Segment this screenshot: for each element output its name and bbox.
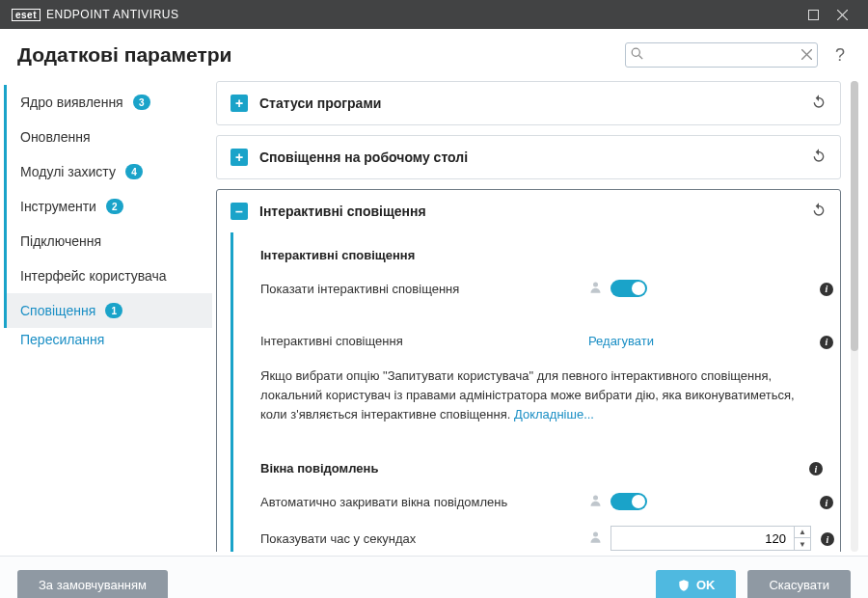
- svg-line-4: [639, 56, 643, 60]
- spinner-down[interactable]: ▼: [795, 538, 810, 550]
- info-button[interactable]: i: [820, 334, 833, 349]
- user-icon: [588, 280, 603, 297]
- svg-rect-0: [808, 10, 818, 19]
- scrollbar[interactable]: [851, 81, 858, 552]
- row-show-time: Показувати час у секундах ▲ ▼: [233, 518, 840, 552]
- product-name: ENDPOINT ANTIVIRUS: [46, 8, 178, 21]
- sidebar-item-label: Пересилання: [20, 332, 104, 347]
- revert-icon: [811, 202, 827, 217]
- sidebar-item-label: Ядро виявлення: [20, 95, 123, 110]
- user-icon: [588, 493, 603, 510]
- sidebar-item-label: Інструменти: [20, 199, 96, 214]
- panel-head[interactable]: + Сповіщення на робочому столі: [217, 136, 840, 178]
- search-input[interactable]: [625, 42, 818, 68]
- spinner-up[interactable]: ▲: [795, 527, 810, 538]
- brand: eset ENDPOINT ANTIVIRUS: [12, 8, 178, 21]
- info-icon: i: [820, 496, 833, 509]
- ok-button[interactable]: OK: [656, 570, 737, 599]
- cancel-button[interactable]: Скасувати: [747, 570, 851, 599]
- defaults-button[interactable]: За замовчуванням: [17, 570, 168, 599]
- expand-icon: +: [231, 95, 248, 112]
- footer: За замовчуванням OK Скасувати: [0, 556, 868, 598]
- revert-button[interactable]: [811, 94, 827, 113]
- panel-title: Сповіщення на робочому столі: [259, 150, 800, 165]
- clear-search-icon[interactable]: [801, 46, 812, 64]
- maximize-button[interactable]: [799, 0, 827, 29]
- sidebar-item-tools[interactable]: Інструменти 2: [4, 189, 212, 224]
- titlebar: eset ENDPOINT ANTIVIRUS: [0, 0, 868, 29]
- section-title: Вікна повідомлень i: [233, 451, 840, 486]
- more-link[interactable]: Докладніше...: [514, 407, 594, 421]
- sidebar-item-forwarding[interactable]: Пересилання: [4, 328, 212, 357]
- time-input[interactable]: [610, 526, 794, 551]
- badge: 3: [133, 95, 150, 110]
- panel-title: Статуси програми: [259, 95, 800, 111]
- panel-head[interactable]: – Інтерактивні сповіщення: [217, 190, 840, 232]
- revert-button[interactable]: [811, 148, 827, 167]
- svg-point-3: [632, 48, 639, 56]
- sidebar-item-label: Інтерфейс користувача: [20, 268, 167, 284]
- info-button[interactable]: i: [809, 461, 823, 476]
- sidebar: Ядро виявлення 3 Оновлення Модулі захист…: [0, 77, 212, 556]
- panel-title: Інтерактивні сповіщення: [259, 204, 800, 219]
- panel-head[interactable]: + Статуси програми: [217, 82, 840, 124]
- close-icon: [837, 10, 848, 20]
- expand-icon: +: [231, 149, 248, 166]
- collapse-icon: –: [231, 203, 248, 220]
- svg-point-9: [593, 532, 598, 537]
- panel-app-statuses: + Статуси програми: [216, 81, 841, 125]
- maximize-icon: [808, 10, 819, 20]
- sidebar-item-protections[interactable]: Модулі захисту 4: [4, 154, 212, 189]
- info-icon: i: [821, 532, 834, 546]
- setting-label: Інтерактивні сповіщення: [260, 334, 579, 348]
- sidebar-item-label: Підключення: [20, 233, 101, 249]
- user-icon: [588, 530, 603, 547]
- time-spinner: ▲ ▼: [610, 526, 811, 551]
- panel-interactive-alerts: – Інтерактивні сповіщення Інтерактивні с…: [216, 189, 841, 552]
- panel-body: Інтерактивні сповіщення Показати інтерак…: [231, 232, 840, 552]
- info-button[interactable]: i: [821, 531, 834, 547]
- sidebar-item-notifications[interactable]: Сповіщення 1: [4, 293, 212, 328]
- main: + Статуси програми + Сповіщення на робоч…: [212, 77, 868, 556]
- sidebar-item-detection[interactable]: Ядро виявлення 3: [4, 85, 212, 120]
- revert-icon: [811, 148, 827, 163]
- brand-box: eset: [12, 9, 41, 21]
- description: Якщо вибрати опцію "Запитувати користува…: [233, 357, 840, 434]
- badge: 1: [105, 303, 122, 318]
- scrollbar-thumb[interactable]: [851, 81, 858, 351]
- sidebar-item-label: Модулі захисту: [20, 164, 116, 179]
- page-title: Додаткові параметри: [17, 43, 613, 67]
- search-icon: [631, 46, 643, 64]
- info-icon: i: [809, 462, 823, 476]
- section-title: Інтерактивні сповіщення: [233, 238, 840, 272]
- info-button[interactable]: i: [820, 495, 833, 510]
- toggle-auto-close[interactable]: [610, 493, 647, 510]
- header: Додаткові параметри ?: [0, 29, 868, 77]
- badge: 4: [125, 164, 143, 179]
- svg-point-8: [593, 496, 598, 501]
- sidebar-item-label: Оновлення: [20, 129, 91, 145]
- row-auto-close: Автоматично закривати вікна повідомлень …: [233, 485, 840, 518]
- sidebar-item-ui[interactable]: Інтерфейс користувача: [4, 258, 212, 293]
- shield-icon: [677, 579, 691, 592]
- help-button[interactable]: ?: [829, 45, 851, 66]
- setting-label: Показати інтерактивні сповіщення: [260, 282, 579, 296]
- info-icon: i: [820, 283, 833, 296]
- sidebar-item-label: Сповіщення: [20, 303, 95, 318]
- svg-point-7: [593, 283, 598, 287]
- panel-desktop-notif: + Сповіщення на робочому столі: [216, 135, 841, 179]
- row-show-interactive: Показати інтерактивні сповіщення i: [233, 272, 840, 305]
- info-button[interactable]: i: [820, 281, 833, 296]
- row-interactive-edit: Інтерактивні сповіщення Редагувати i: [233, 326, 840, 357]
- search-wrap: [625, 42, 818, 68]
- badge: 2: [106, 199, 123, 214]
- close-button[interactable]: [827, 0, 856, 29]
- sidebar-item-connection[interactable]: Підключення: [4, 224, 212, 258]
- edit-link[interactable]: Редагувати: [588, 334, 654, 348]
- setting-label: Автоматично закривати вікна повідомлень: [260, 495, 579, 509]
- revert-button[interactable]: [811, 202, 827, 221]
- setting-label: Показувати час у секундах: [260, 531, 579, 546]
- sidebar-item-update[interactable]: Оновлення: [4, 120, 212, 154]
- toggle-show-interactive[interactable]: [610, 280, 647, 297]
- info-icon: i: [820, 336, 833, 349]
